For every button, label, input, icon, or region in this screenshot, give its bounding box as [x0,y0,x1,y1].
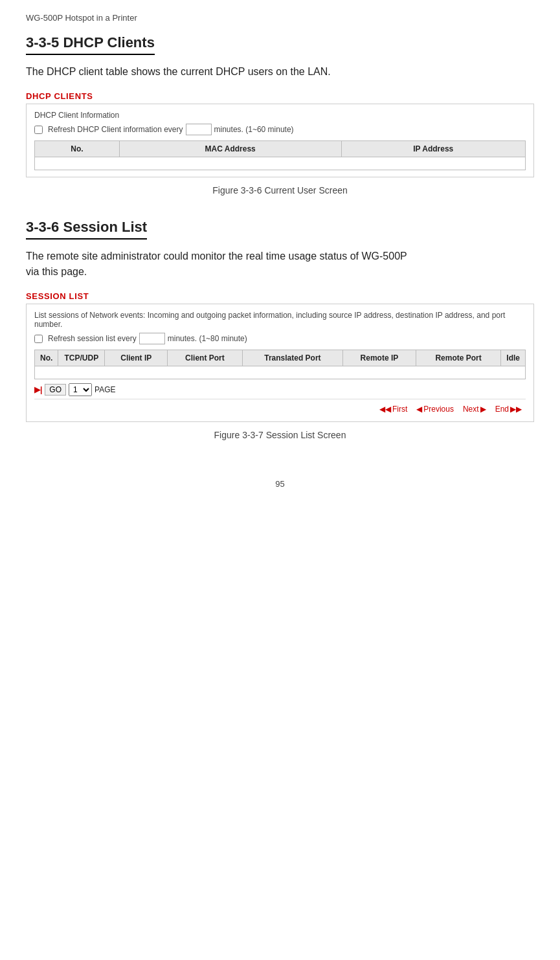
dhcp-col-mac: MAC Address [119,141,341,157]
nav-buttons-row: ◀◀ First ◀ Previous Next ▶ End ▶▶ [34,399,526,415]
first-icon: ◀◀ [379,405,391,414]
next-button[interactable]: Next ▶ [459,403,490,415]
pagination-row: ▶| GO 1 PAGE [34,383,526,396]
session-col-clientip: Client IP [105,350,168,366]
dhcp-empty-row [35,157,526,170]
page-label: PAGE [95,385,115,394]
dhcp-refresh-row: Refresh DHCP Client information every 1 … [34,124,526,135]
section2-intro1: The remote site administrator could moni… [26,251,407,262]
end-label: End [495,405,509,414]
session-list-widget: List sessions of Network events: Incomin… [26,304,534,422]
dhcp-refresh-label: Refresh DHCP Client information every [48,125,183,134]
first-button[interactable]: ◀◀ First [375,403,411,415]
session-col-tcpudp: TCP/UDP [58,350,105,366]
dhcp-widget-title: DHCP Client Information [34,111,526,120]
dhcp-clients-label: DHCP CLIENTS [26,91,534,101]
section2-heading: 3-3-6 Session List [26,219,147,240]
session-col-clientport: Client Port [168,350,243,366]
page-footer: 95 [26,479,534,489]
session-empty-row [35,366,526,379]
session-col-remoteport: Remote Port [416,350,501,366]
dhcp-table-header-row: No. MAC Address IP Address [35,141,526,157]
section2-intro: The remote site administrator could moni… [26,249,534,280]
session-refresh-row: Refresh session list every 10 minutes. (… [34,333,526,344]
session-col-translatedport: Translated Port [242,350,342,366]
session-refresh-input[interactable]: 10 [139,333,165,344]
page-select[interactable]: 1 [69,383,92,396]
session-table-header-row: No. TCP/UDP Client IP Client Port Transl… [35,350,526,366]
next-icon: ▶ [480,405,486,414]
dhcp-refresh-checkbox[interactable] [34,126,43,134]
previous-button[interactable]: ◀ Previous [412,403,458,415]
next-label: Next [463,405,479,414]
session-col-no: No. [35,350,58,366]
figure-2-caption: Figure 3-3-7 Session List Screen [26,430,534,440]
dhcp-refresh-unit: minutes. (1~60 minute) [214,125,294,134]
dhcp-table: No. MAC Address IP Address [34,140,526,170]
session-list-label: SESSION LIST [26,291,534,301]
dhcp-col-no: No. [35,141,120,157]
end-icon: ▶▶ [510,405,522,414]
dhcp-refresh-input[interactable]: 1 [186,124,212,135]
section1-heading: 3-3-5 DHCP Clients [26,34,155,55]
go-icon: ▶| [34,385,42,394]
dhcp-col-ip: IP Address [341,141,525,157]
previous-label: Previous [423,405,454,414]
session-refresh-unit: minutes. (1~80 minute) [168,334,247,343]
session-refresh-label: Refresh session list every [48,334,137,343]
go-button[interactable]: GO [45,384,66,396]
session-refresh-checkbox[interactable] [34,335,43,343]
dhcp-clients-widget: DHCP Client Information Refresh DHCP Cli… [26,104,534,177]
section2-intro2: via this page. [26,266,87,277]
session-col-idle: Idle [501,350,526,366]
first-label: First [392,405,407,414]
page-header: WG-500P Hotspot in a Printer [26,13,534,23]
section1-intro: The DHCP client table shows the current … [26,64,534,80]
session-table: No. TCP/UDP Client IP Client Port Transl… [34,350,526,379]
figure-1-caption: Figure 3-3-6 Current User Screen [26,185,534,195]
end-button[interactable]: End ▶▶ [491,403,526,415]
session-widget-desc: List sessions of Network events: Incomin… [34,311,526,329]
previous-icon: ◀ [416,405,422,414]
session-col-remoteip: Remote IP [343,350,416,366]
